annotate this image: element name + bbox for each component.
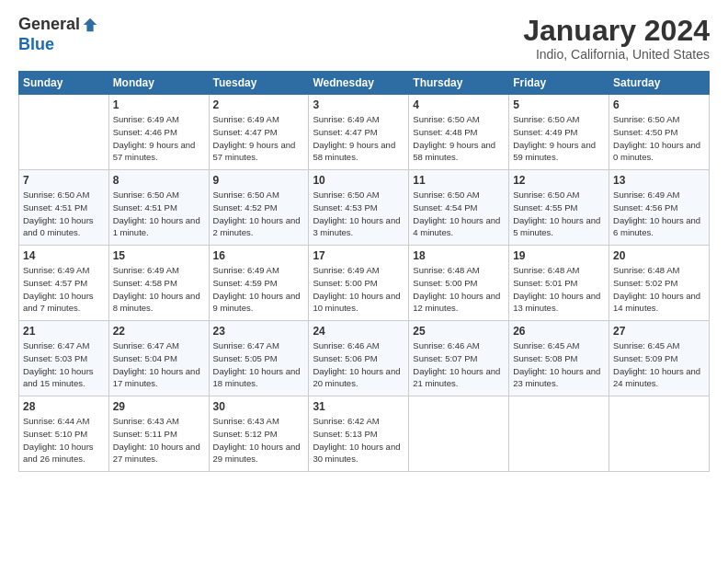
header-row: Sunday Monday Tuesday Wednesday Thursday… bbox=[19, 72, 710, 95]
table-row: 21Sunrise: 6:47 AMSunset: 5:03 PMDayligh… bbox=[19, 321, 109, 396]
table-row: 13Sunrise: 6:49 AMSunset: 4:56 PMDayligh… bbox=[609, 170, 710, 246]
day-number: 21 bbox=[23, 325, 105, 338]
table-row: 28Sunrise: 6:44 AMSunset: 5:10 PMDayligh… bbox=[19, 396, 109, 472]
day-number: 31 bbox=[313, 400, 404, 413]
day-info: Sunrise: 6:49 AMSunset: 4:57 PMDaylight:… bbox=[23, 264, 105, 315]
day-info: Sunrise: 6:46 AMSunset: 5:06 PMDaylight:… bbox=[313, 339, 404, 390]
table-row: 31Sunrise: 6:42 AMSunset: 5:13 PMDayligh… bbox=[309, 396, 409, 472]
location: Indio, California, United States bbox=[523, 47, 710, 62]
table-row: 19Sunrise: 6:48 AMSunset: 5:01 PMDayligh… bbox=[509, 246, 609, 321]
table-row: 16Sunrise: 6:49 AMSunset: 4:59 PMDayligh… bbox=[209, 246, 309, 321]
day-number: 5 bbox=[513, 98, 605, 111]
table-row: 20Sunrise: 6:48 AMSunset: 5:02 PMDayligh… bbox=[609, 246, 710, 321]
col-saturday: Saturday bbox=[609, 72, 710, 95]
table-row: 8Sunrise: 6:50 AMSunset: 4:51 PMDaylight… bbox=[108, 170, 209, 246]
col-tuesday: Tuesday bbox=[209, 72, 309, 95]
day-info: Sunrise: 6:49 AMSunset: 5:00 PMDaylight:… bbox=[313, 264, 404, 315]
day-number: 27 bbox=[613, 325, 705, 338]
table-row: 9Sunrise: 6:50 AMSunset: 4:52 PMDaylight… bbox=[209, 170, 309, 246]
week-row-4: 28Sunrise: 6:44 AMSunset: 5:10 PMDayligh… bbox=[19, 396, 710, 472]
table-row: 4Sunrise: 6:50 AMSunset: 4:48 PMDaylight… bbox=[409, 95, 509, 170]
table-row: 1Sunrise: 6:49 AMSunset: 4:46 PMDaylight… bbox=[108, 95, 209, 170]
day-info: Sunrise: 6:47 AMSunset: 5:04 PMDaylight:… bbox=[113, 339, 205, 390]
table-row: 2Sunrise: 6:49 AMSunset: 4:47 PMDaylight… bbox=[209, 95, 309, 170]
table-row bbox=[609, 396, 710, 472]
title-section: January 2024 Indio, California, United S… bbox=[523, 15, 710, 62]
table-row: 27Sunrise: 6:45 AMSunset: 5:09 PMDayligh… bbox=[609, 321, 710, 396]
day-number: 16 bbox=[213, 249, 305, 262]
table-row: 17Sunrise: 6:49 AMSunset: 5:00 PMDayligh… bbox=[309, 246, 409, 321]
day-number: 19 bbox=[513, 249, 605, 262]
table-row: 11Sunrise: 6:50 AMSunset: 4:54 PMDayligh… bbox=[409, 170, 509, 246]
day-number: 12 bbox=[513, 174, 605, 187]
month-title: January 2024 bbox=[523, 15, 710, 47]
table-row: 18Sunrise: 6:48 AMSunset: 5:00 PMDayligh… bbox=[409, 246, 509, 321]
logo-icon bbox=[82, 17, 98, 33]
table-row: 30Sunrise: 6:43 AMSunset: 5:12 PMDayligh… bbox=[209, 396, 309, 472]
day-number: 22 bbox=[113, 325, 205, 338]
day-number: 23 bbox=[213, 325, 305, 338]
day-info: Sunrise: 6:49 AMSunset: 4:59 PMDaylight:… bbox=[213, 264, 305, 315]
week-row-2: 14Sunrise: 6:49 AMSunset: 4:57 PMDayligh… bbox=[19, 246, 710, 321]
day-number: 9 bbox=[213, 174, 305, 187]
col-sunday: Sunday bbox=[19, 72, 109, 95]
logo: General Blue bbox=[18, 15, 98, 54]
day-number: 26 bbox=[513, 325, 605, 338]
day-info: Sunrise: 6:50 AMSunset: 4:53 PMDaylight:… bbox=[313, 189, 404, 239]
logo-general: General bbox=[18, 15, 80, 35]
table-row: 14Sunrise: 6:49 AMSunset: 4:57 PMDayligh… bbox=[19, 246, 109, 321]
day-info: Sunrise: 6:50 AMSunset: 4:51 PMDaylight:… bbox=[23, 189, 105, 239]
day-info: Sunrise: 6:42 AMSunset: 5:13 PMDaylight:… bbox=[313, 415, 404, 465]
day-info: Sunrise: 6:50 AMSunset: 4:48 PMDaylight:… bbox=[413, 113, 505, 164]
day-info: Sunrise: 6:49 AMSunset: 4:56 PMDaylight:… bbox=[613, 189, 705, 239]
day-number: 30 bbox=[213, 400, 305, 413]
day-number: 7 bbox=[23, 174, 105, 187]
day-info: Sunrise: 6:45 AMSunset: 5:08 PMDaylight:… bbox=[513, 339, 605, 390]
day-number: 20 bbox=[613, 249, 705, 262]
day-info: Sunrise: 6:48 AMSunset: 5:01 PMDaylight:… bbox=[513, 264, 605, 315]
day-number: 15 bbox=[113, 249, 205, 262]
day-info: Sunrise: 6:49 AMSunset: 4:46 PMDaylight:… bbox=[113, 113, 205, 164]
col-friday: Friday bbox=[509, 72, 609, 95]
day-info: Sunrise: 6:50 AMSunset: 4:52 PMDaylight:… bbox=[213, 189, 305, 239]
table-row: 23Sunrise: 6:47 AMSunset: 5:05 PMDayligh… bbox=[209, 321, 309, 396]
table-row: 26Sunrise: 6:45 AMSunset: 5:08 PMDayligh… bbox=[509, 321, 609, 396]
table-row: 7Sunrise: 6:50 AMSunset: 4:51 PMDaylight… bbox=[19, 170, 109, 246]
day-info: Sunrise: 6:48 AMSunset: 5:00 PMDaylight:… bbox=[413, 264, 505, 315]
day-info: Sunrise: 6:50 AMSunset: 4:51 PMDaylight:… bbox=[113, 189, 205, 239]
week-row-3: 21Sunrise: 6:47 AMSunset: 5:03 PMDayligh… bbox=[19, 321, 710, 396]
logo-blue: Blue bbox=[18, 35, 54, 53]
day-number: 13 bbox=[613, 174, 705, 187]
day-number: 17 bbox=[313, 249, 404, 262]
table-row: 3Sunrise: 6:49 AMSunset: 4:47 PMDaylight… bbox=[309, 95, 409, 170]
day-info: Sunrise: 6:43 AMSunset: 5:11 PMDaylight:… bbox=[113, 415, 205, 465]
week-row-0: 1Sunrise: 6:49 AMSunset: 4:46 PMDaylight… bbox=[19, 95, 710, 170]
day-info: Sunrise: 6:49 AMSunset: 4:47 PMDaylight:… bbox=[213, 113, 305, 164]
day-number: 3 bbox=[313, 98, 404, 111]
day-info: Sunrise: 6:50 AMSunset: 4:49 PMDaylight:… bbox=[513, 113, 605, 164]
day-number: 4 bbox=[413, 98, 505, 111]
table-row bbox=[409, 396, 509, 472]
table-row: 29Sunrise: 6:43 AMSunset: 5:11 PMDayligh… bbox=[108, 396, 209, 472]
svg-marker-0 bbox=[84, 18, 97, 31]
table-row: 12Sunrise: 6:50 AMSunset: 4:55 PMDayligh… bbox=[509, 170, 609, 246]
table-row: 5Sunrise: 6:50 AMSunset: 4:49 PMDaylight… bbox=[509, 95, 609, 170]
day-number: 25 bbox=[413, 325, 505, 338]
day-number: 28 bbox=[23, 400, 105, 413]
day-info: Sunrise: 6:46 AMSunset: 5:07 PMDaylight:… bbox=[413, 339, 505, 390]
main-container: General Blue January 2024 Indio, Califor… bbox=[0, 0, 728, 481]
day-number: 24 bbox=[313, 325, 404, 338]
day-info: Sunrise: 6:43 AMSunset: 5:12 PMDaylight:… bbox=[213, 415, 305, 465]
day-number: 8 bbox=[113, 174, 205, 187]
day-info: Sunrise: 6:50 AMSunset: 4:54 PMDaylight:… bbox=[413, 189, 505, 239]
day-number: 6 bbox=[613, 98, 705, 111]
day-info: Sunrise: 6:47 AMSunset: 5:05 PMDaylight:… bbox=[213, 339, 305, 390]
table-row: 6Sunrise: 6:50 AMSunset: 4:50 PMDaylight… bbox=[609, 95, 710, 170]
table-row bbox=[509, 396, 609, 472]
day-number: 1 bbox=[113, 98, 205, 111]
table-row: 10Sunrise: 6:50 AMSunset: 4:53 PMDayligh… bbox=[309, 170, 409, 246]
day-number: 29 bbox=[113, 400, 205, 413]
day-info: Sunrise: 6:50 AMSunset: 4:50 PMDaylight:… bbox=[613, 113, 705, 164]
day-number: 10 bbox=[313, 174, 404, 187]
day-number: 18 bbox=[413, 249, 505, 262]
